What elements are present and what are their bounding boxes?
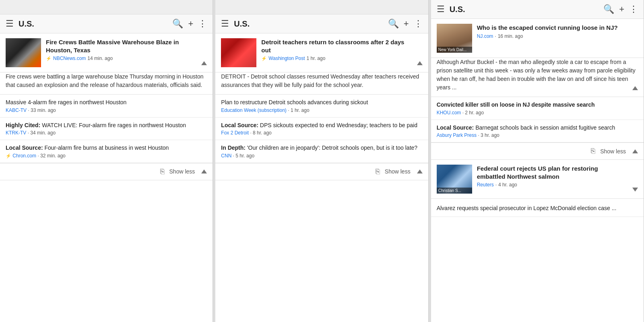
related-title-1-3: Local Source: Four-alarm fire burns at b…: [6, 144, 207, 152]
article-thumb-3b: Christian S...: [437, 165, 472, 194]
related-source-1-3: ⚡ Chron.com · 32 min. ago: [6, 153, 207, 159]
share-icon-2[interactable]: ⎘: [376, 167, 380, 176]
article-title-3[interactable]: Who is the escaped convict running loose…: [477, 24, 638, 32]
third-article-3[interactable]: Alvarez requests special prosecutor in L…: [431, 199, 644, 217]
related-item-3-1[interactable]: Convicted killer still on loose in NJ de…: [431, 97, 644, 120]
chevron-down-icon-3b: [632, 188, 638, 192]
related-source-2-2: Fox 2 Detroit · 8 hr. ago: [221, 130, 422, 136]
related-title-1-1: Massive 4-alarm fire rages in northwest …: [6, 99, 207, 107]
related-label-2-3: In Depth:: [221, 144, 247, 151]
related-time-val-1-1: 33 min. ago: [31, 107, 56, 113]
menu-icon-3[interactable]: ☰: [437, 4, 445, 14]
related-title-3-2: Local Source: Barnegat schools back in s…: [437, 124, 638, 132]
article-time-2: 1 hr. ago: [307, 56, 326, 61]
collapse-btn-main-1[interactable]: [200, 58, 207, 67]
search-icon-2[interactable]: 🔍: [388, 19, 399, 29]
related-item-2-3[interactable]: In Depth: 'Our children are in jeopardy'…: [215, 140, 428, 163]
article-body-2: Detroit teachers return to classrooms af…: [261, 38, 410, 67]
panel-title-2: U.S.: [234, 19, 383, 29]
collapse-btn-main-2[interactable]: [415, 58, 423, 67]
lightning-icon-1-3: ⚡: [6, 153, 11, 158]
chevron-up-icon-1: [201, 61, 207, 65]
share-icon-3[interactable]: ⎘: [591, 147, 595, 155]
thumb-label-3b: Christian S...: [437, 188, 472, 194]
add-icon-3[interactable]: +: [619, 4, 624, 14]
source-name-2[interactable]: Washington Post: [268, 56, 305, 61]
related-title-2-1: Plan to restructure Detroit schools adva…: [221, 99, 422, 107]
menu-icon-2[interactable]: ☰: [221, 19, 229, 29]
search-icon-3[interactable]: 🔍: [603, 4, 614, 14]
add-icon-1[interactable]: +: [188, 19, 193, 29]
more-icon-1[interactable]: ⋮: [198, 19, 207, 29]
show-less-btn-1[interactable]: Show less: [169, 168, 195, 175]
related-time-val-1-2: 34 min. ago: [30, 130, 56, 136]
show-less-bar-3: ⎘ Show less: [431, 142, 644, 160]
article-time-val-3b: 4 hr. ago: [498, 182, 517, 188]
content-2: Detroit teachers return to classrooms af…: [215, 33, 428, 322]
panel-us-3: ☰ U.S. 🔍 + ⋮ New York Dail... Who is the…: [431, 0, 644, 322]
related-item-2-2[interactable]: Local Source: DPS sickouts expected to e…: [215, 118, 428, 140]
chevron-up-showless-2[interactable]: [417, 169, 423, 173]
related-item-2-1[interactable]: Plan to restructure Detroit schools adva…: [215, 95, 428, 118]
main-article-2: Detroit teachers return to classrooms af…: [215, 33, 428, 72]
search-icon-1[interactable]: 🔍: [172, 19, 183, 29]
source-name-3[interactable]: NJ.com: [477, 33, 493, 39]
chevron-up-showless-1[interactable]: [201, 169, 207, 173]
related-label-1-3: Local Source:: [6, 144, 44, 151]
related-title-1-2: Highly Cited: WATCH LIVE: Four-alarm fir…: [6, 122, 207, 130]
related-title-3-1: Convicted killer still on loose in NJ de…: [437, 101, 638, 109]
article-title-3b[interactable]: Federal court rejects US plan for restor…: [477, 165, 626, 180]
article-source-2: ⚡ Washington Post 1 hr. ago: [261, 56, 410, 61]
article-title-1[interactable]: Fire Crews Battle Massive Warehouse Blaz…: [46, 38, 195, 54]
panel-title-1: U.S.: [19, 19, 167, 29]
related-time-val-3-2: 3 hr. ago: [481, 132, 500, 138]
related-time-val-1-3: 32 min. ago: [40, 153, 66, 159]
second-article-3: Christian S... Federal court rejects US …: [431, 160, 644, 199]
related-src-name-2-1: Education Week (subscription): [221, 107, 287, 113]
article-body-3: Who is the escaped convict running loose…: [477, 24, 638, 53]
article-title-2[interactable]: Detroit teachers return to classrooms af…: [261, 38, 410, 54]
source-name-1[interactable]: NBCNews.com: [53, 56, 86, 61]
lightning-icon-2: ⚡: [261, 56, 267, 61]
chevron-up-icon-3: [632, 86, 638, 90]
article-summary-3: Although Arthur Buckel - the man who all…: [431, 58, 644, 97]
thumb-label-3: New York Dail...: [437, 47, 472, 53]
content-1: Fire Crews Battle Massive Warehouse Blaz…: [0, 33, 213, 322]
related-item-1-2[interactable]: Highly Cited: WATCH LIVE: Four-alarm fir…: [0, 118, 213, 140]
related-src-name-3-2: Asbury Park Press: [437, 132, 477, 138]
more-icon-2[interactable]: ⋮: [414, 19, 423, 29]
related-time-val-2-1: 1 hr. ago: [291, 107, 310, 113]
summary-text-3: Although Arthur Buckel - the man who all…: [437, 59, 636, 91]
add-icon-2[interactable]: +: [404, 19, 409, 29]
header-2: ☰ U.S. 🔍 + ⋮: [215, 14, 428, 33]
menu-icon-1[interactable]: ☰: [6, 19, 14, 29]
related-source-2-1: Education Week (subscription) · 1 hr. ag…: [221, 107, 422, 113]
related-time-val-2-3: 5 hr. ago: [235, 153, 254, 159]
summary-text-1: Fire crews were battling a large warehou…: [6, 73, 204, 88]
share-icon-1[interactable]: ⎘: [160, 167, 165, 176]
related-label-3-2: Local Source:: [437, 124, 475, 131]
more-icon-3[interactable]: ⋮: [629, 4, 638, 14]
chevron-up-showless-3[interactable]: [632, 149, 638, 153]
collapse-summary-3[interactable]: [631, 81, 638, 93]
lightning-icon-1: ⚡: [46, 56, 52, 61]
related-item-1-1[interactable]: Massive 4-alarm fire rages in northwest …: [0, 95, 213, 118]
source-name-3b[interactable]: Reuters: [477, 182, 494, 188]
related-label-2-2: Local Source:: [221, 122, 260, 128]
article-time-1: 14 min. ago: [87, 56, 113, 61]
related-item-3-2[interactable]: Local Source: Barnegat schools back in s…: [431, 120, 644, 143]
related-source-1-1: KABC-TV · 33 min. ago: [6, 107, 207, 113]
top-scroll-bar-2: [215, 0, 428, 14]
related-source-3-2: Asbury Park Press · 3 hr. ago: [437, 132, 638, 138]
show-less-btn-3[interactable]: Show less: [600, 148, 626, 155]
related-title-2-2: Local Source: DPS sickouts expected to e…: [221, 122, 422, 130]
related-src-name-1-2: KTRK-TV: [6, 130, 26, 136]
related-label-1-2: Highly Cited:: [6, 122, 42, 128]
article-thumb-1: [6, 38, 41, 67]
related-src-name-3-1: KHOU.com: [437, 110, 461, 116]
expand-btn-3b[interactable]: [631, 184, 638, 194]
article-thumb-2: [221, 38, 256, 67]
show-less-bar-2: ⎘ Show less: [215, 163, 428, 180]
show-less-btn-2[interactable]: Show less: [385, 168, 411, 175]
related-item-1-3[interactable]: Local Source: Four-alarm fire burns at b…: [0, 140, 213, 163]
